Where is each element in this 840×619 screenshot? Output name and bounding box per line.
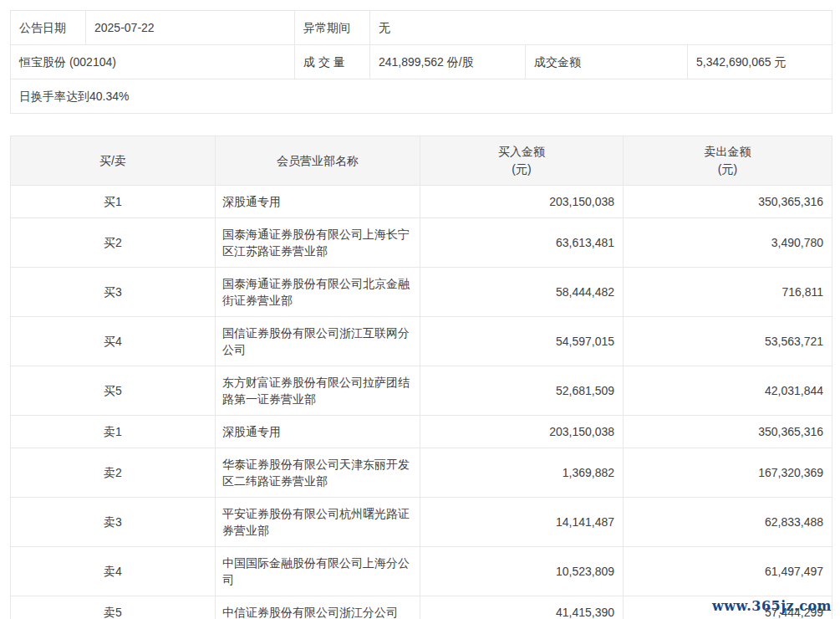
- abnormal-period-value: 无: [370, 11, 832, 45]
- lhb-page: 公告日期 2025-07-22 异常期间 无 恒宝股份 (002104) 成 交…: [0, 0, 840, 619]
- side-cell: 卖4: [11, 547, 216, 596]
- table-row: 卖3 平安证券股份有限公司杭州曙光路证券营业部 14,141,487 62,83…: [11, 498, 832, 547]
- broker-ranking-table: 买/卖 会员营业部名称 买入金额 (元) 卖出金额 (元) 买1 深股通专用 2…: [10, 136, 832, 619]
- buy-amount-cell: 41,415,390: [420, 596, 624, 619]
- buy-amount-cell: 54,597,015: [420, 317, 624, 366]
- sell-amount-cell: 350,365,316: [624, 186, 832, 218]
- branch-cell: 东方财富证券股份有限公司拉萨团结路第一证券营业部: [216, 366, 420, 416]
- table-row: 卖5 中信证券股份有限公司浙江分公司 41,415,390 57,444,299: [11, 596, 832, 619]
- side-cell: 买1: [11, 186, 216, 218]
- info-row-announce: 公告日期 2025-07-22 异常期间 无: [11, 11, 832, 45]
- turnover-value: 5,342,690,065 元: [688, 45, 832, 79]
- turnover-label: 成交金额: [526, 45, 688, 79]
- sell-amount-cell: 42,031,844: [624, 366, 832, 416]
- col-header-sell-amount-unit: (元): [630, 161, 825, 178]
- table-header-row: 买/卖 会员营业部名称 买入金额 (元) 卖出金额 (元): [11, 136, 832, 186]
- branch-cell: 国泰海通证券股份有限公司北京金融街证券营业部: [216, 268, 420, 317]
- buy-amount-cell: 63,613,481: [420, 218, 624, 268]
- col-header-buy-amount: 买入金额 (元): [420, 136, 624, 186]
- table-row: 买5 东方财富证券股份有限公司拉萨团结路第一证券营业部 52,681,509 4…: [11, 366, 832, 416]
- side-cell: 买5: [11, 366, 216, 416]
- volume-label: 成 交 量: [295, 45, 370, 79]
- buy-amount-cell: 14,141,487: [420, 498, 624, 547]
- side-cell: 买2: [11, 218, 216, 268]
- col-header-side: 买/卖: [11, 136, 216, 186]
- sell-amount-cell: 350,365,316: [624, 416, 832, 448]
- col-header-sell-amount-title: 卖出金额: [630, 143, 825, 161]
- branch-cell: 中国国际金融股份有限公司上海分公司: [216, 547, 420, 596]
- sell-amount-cell: 61,497,497: [624, 547, 832, 596]
- col-header-buy-amount-title: 买入金额: [427, 143, 616, 161]
- buy-amount-cell: 52,681,509: [420, 366, 624, 416]
- volume-value: 241,899,562 份/股: [370, 45, 526, 79]
- sell-amount-cell: 167,320,369: [624, 448, 832, 498]
- branch-cell: 平安证券股份有限公司杭州曙光路证券营业部: [216, 498, 420, 547]
- stock-name: 恒宝股份 (002104): [11, 45, 295, 79]
- branch-cell: 深股通专用: [216, 186, 420, 218]
- side-cell: 买3: [11, 268, 216, 317]
- buy-amount-cell: 203,150,038: [420, 186, 624, 218]
- sell-amount-cell: 62,833,488: [624, 498, 832, 547]
- branch-cell: 深股通专用: [216, 416, 420, 448]
- info-row-stock: 恒宝股份 (002104) 成 交 量 241,899,562 份/股 成交金额…: [11, 45, 832, 79]
- sell-amount-cell: 53,563,721: [624, 317, 832, 366]
- table-row: 卖2 华泰证券股份有限公司天津东丽开发区二纬路证券营业部 1,369,882 1…: [11, 448, 832, 498]
- table-row: 买2 国泰海通证券股份有限公司上海长宁区江苏路证券营业部 63,613,481 …: [11, 218, 832, 268]
- table-row: 买3 国泰海通证券股份有限公司北京金融街证券营业部 58,444,482 716…: [11, 268, 832, 317]
- side-cell: 卖2: [11, 448, 216, 498]
- sell-amount-cell: 716,811: [624, 268, 832, 317]
- col-header-branch: 会员营业部名称: [216, 136, 420, 186]
- sell-amount-cell: 3,490,780: [624, 218, 832, 268]
- side-cell: 买4: [11, 317, 216, 366]
- branch-cell: 中信证券股份有限公司浙江分公司: [216, 596, 420, 619]
- col-header-sell-amount: 卖出金额 (元): [624, 136, 832, 186]
- branch-cell: 国信证券股份有限公司浙江互联网分公司: [216, 317, 420, 366]
- stock-info-table: 公告日期 2025-07-22 异常期间 无 恒宝股份 (002104) 成 交…: [10, 10, 832, 114]
- table-row: 卖1 深股通专用 203,150,038 350,365,316: [11, 416, 832, 448]
- buy-amount-cell: 10,523,809: [420, 547, 624, 596]
- table-row: 买1 深股通专用 203,150,038 350,365,316: [11, 186, 832, 218]
- announce-date-label: 公告日期: [11, 11, 86, 45]
- turnover-rate-note: 日换手率达到40.34%: [11, 79, 832, 114]
- watermark-link[interactable]: www.365jz.com: [712, 598, 832, 614]
- branch-cell: 国泰海通证券股份有限公司上海长宁区江苏路证券营业部: [216, 218, 420, 268]
- side-cell: 卖3: [11, 498, 216, 547]
- table-row: 卖4 中国国际金融股份有限公司上海分公司 10,523,809 61,497,4…: [11, 547, 832, 596]
- side-cell: 卖1: [11, 416, 216, 448]
- col-header-buy-amount-unit: (元): [427, 161, 616, 178]
- branch-cell: 华泰证券股份有限公司天津东丽开发区二纬路证券营业部: [216, 448, 420, 498]
- buy-amount-cell: 1,369,882: [420, 448, 624, 498]
- abnormal-period-label: 异常期间: [295, 11, 370, 45]
- announce-date-value: 2025-07-22: [86, 11, 295, 45]
- table-row: 买4 国信证券股份有限公司浙江互联网分公司 54,597,015 53,563,…: [11, 317, 832, 366]
- buy-amount-cell: 58,444,482: [420, 268, 624, 317]
- info-row-note: 日换手率达到40.34%: [11, 79, 832, 114]
- side-cell: 卖5: [11, 596, 216, 619]
- buy-amount-cell: 203,150,038: [420, 416, 624, 448]
